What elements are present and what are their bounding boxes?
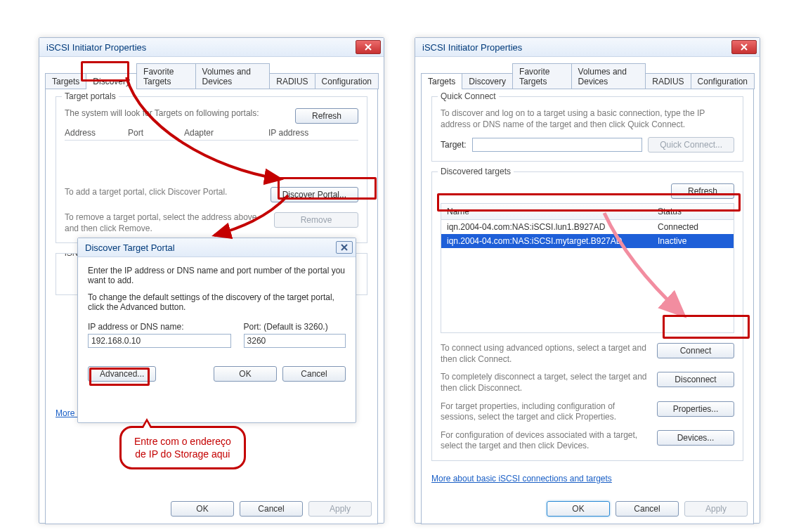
titlebar[interactable]: iSCSI Initiator Properties — [415, 38, 760, 57]
properties-button[interactable]: Properties... — [657, 401, 734, 417]
col-status: Status — [652, 204, 734, 219]
window-title: iSCSI Initiator Properties — [46, 42, 146, 53]
tab-discovery[interactable]: Discovery — [462, 73, 513, 89]
cancel-button[interactable]: Cancel — [240, 501, 303, 517]
ip-input[interactable] — [88, 334, 231, 348]
target-label: Target: — [441, 140, 467, 150]
ok-button[interactable]: OK — [171, 501, 234, 517]
tab-configuration[interactable]: Configuration — [315, 73, 379, 89]
list-item[interactable]: iqn.2004-04.com:NAS:iSCSI.lun1.B927AD Co… — [441, 220, 734, 234]
dialog-footer: OK Cancel Apply — [427, 494, 748, 517]
group-title: Discovered targets — [438, 167, 514, 176]
ok-button[interactable]: OK — [547, 501, 610, 517]
ok-button[interactable]: OK — [214, 366, 277, 382]
apply-button[interactable]: Apply — [684, 501, 748, 517]
tab-favorite-targets[interactable]: Favorite Targets — [512, 63, 572, 89]
dialog-para1: Enter the IP address or DNS name and por… — [88, 266, 346, 285]
connect-text: To connect using advanced options, selec… — [441, 343, 647, 365]
devices-text: For configuration of devices associated … — [441, 430, 647, 452]
quick-connect-group: Quick Connect To discover and log on to … — [431, 96, 743, 162]
group-title: Quick Connect — [438, 91, 499, 101]
dialog-title: Discover Target Portal — [85, 242, 175, 253]
tabs: Targets Discovery Favorite Targets Volum… — [39, 57, 384, 89]
window-title: iSCSI Initiator Properties — [422, 42, 522, 53]
remove-portal-text: To remove a target portal, select the ad… — [65, 212, 264, 234]
callout-line1: Entre com o endereço — [134, 435, 231, 448]
titlebar[interactable]: iSCSI Initiator Properties — [39, 38, 384, 57]
close-icon[interactable] — [356, 40, 381, 54]
list-header: Name Status — [441, 203, 734, 220]
properties-text: For target properties, including configu… — [441, 401, 647, 423]
col-adapter: Adapter — [184, 128, 268, 138]
col-port: Port — [128, 128, 184, 138]
tab-radius[interactable]: RADIUS — [645, 73, 691, 89]
disconnect-text: To completely disconnect a target, selec… — [441, 372, 647, 394]
target-list[interactable]: iqn.2004-04.com:NAS:iSCSI.lun1.B927AD Co… — [441, 220, 734, 333]
row-name: iqn.2004-04.com:NAS:iSCSI.lun1.B927AD — [441, 220, 652, 234]
dialog-titlebar[interactable]: Discover Target Portal — [78, 238, 356, 257]
group-title: Target portals — [62, 91, 119, 101]
advanced-button[interactable]: Advanced... — [88, 366, 156, 382]
list-item-selected[interactable]: iqn.2004-04.com:NAS:iSCSI.mytarget.B927A… — [441, 234, 734, 248]
dialog-body: Enter the IP address or DNS name and por… — [78, 257, 356, 390]
quick-connect-caption: To discover and log on to a target using… — [441, 108, 734, 130]
callout-bubble: Entre com o endereço de IP do Storage aq… — [119, 426, 246, 469]
tab-configuration[interactable]: Configuration — [691, 73, 755, 89]
tab-discovery[interactable]: Discovery — [86, 73, 137, 89]
cancel-button[interactable]: Cancel — [616, 501, 679, 517]
apply-button[interactable]: Apply — [308, 501, 372, 517]
port-label: Port: (Default is 3260.) — [244, 322, 346, 332]
close-icon[interactable] — [731, 40, 757, 54]
tab-page: Quick Connect To discover and log on to … — [421, 89, 754, 524]
tab-favorite-targets[interactable]: Favorite Targets — [136, 63, 196, 89]
remove-button[interactable]: Remove — [274, 212, 358, 228]
target-portals-group: Target portals The system will look for … — [56, 96, 367, 243]
tab-targets[interactable]: Targets — [45, 73, 86, 89]
add-portal-text: To add a target portal, click Discover P… — [65, 187, 261, 198]
target-input[interactable] — [472, 138, 643, 152]
tabs: Targets Discovery Favorite Targets Volum… — [415, 57, 760, 89]
portal-list-empty — [65, 141, 358, 183]
portal-columns: Address Port Adapter IP address — [65, 128, 358, 141]
tab-volumes-devices[interactable]: Volumes and Devices — [571, 63, 646, 89]
disconnect-button[interactable]: Disconnect — [657, 372, 734, 387]
port-input[interactable] — [244, 334, 346, 348]
row-status: Connected — [652, 220, 734, 234]
row-name: iqn.2004-04.com:NAS:iSCSI.mytarget.B927A… — [441, 234, 652, 248]
close-icon[interactable] — [336, 241, 353, 254]
devices-button[interactable]: Devices... — [657, 430, 734, 446]
cancel-button[interactable]: Cancel — [282, 366, 346, 382]
tab-radius[interactable]: RADIUS — [269, 73, 315, 89]
discover-target-portal-dialog: Discover Target Portal Enter the IP addr… — [77, 238, 356, 423]
connect-button[interactable]: Connect — [657, 343, 734, 358]
col-ipaddress: IP address — [268, 128, 358, 138]
col-address: Address — [65, 128, 128, 138]
dialog-para2: To change the default settings of the di… — [88, 292, 346, 312]
right-iscsi-properties-window: iSCSI Initiator Properties Targets Disco… — [415, 37, 760, 524]
quick-connect-button[interactable]: Quick Connect... — [648, 137, 734, 153]
tab-volumes-devices[interactable]: Volumes and Devices — [195, 63, 271, 89]
ip-label: IP address or DNS name: — [88, 322, 231, 332]
discovered-targets-group: Discovered targets Refresh Name Status i… — [431, 171, 743, 461]
row-status: Inactive — [652, 234, 734, 248]
portals-caption: The system will look for Targets on foll… — [65, 108, 285, 118]
refresh-button[interactable]: Refresh — [671, 183, 734, 199]
tab-targets[interactable]: Targets — [421, 73, 462, 89]
callout-line2: de IP do Storage aqui — [134, 448, 231, 460]
more-targets-link[interactable]: More about basic iSCSI connections and t… — [431, 474, 612, 484]
refresh-button[interactable]: Refresh — [295, 108, 358, 124]
discover-portal-button[interactable]: Discover Portal... — [271, 187, 358, 202]
col-name: Name — [441, 204, 652, 219]
dialog-footer: OK Cancel Apply — [51, 494, 372, 517]
